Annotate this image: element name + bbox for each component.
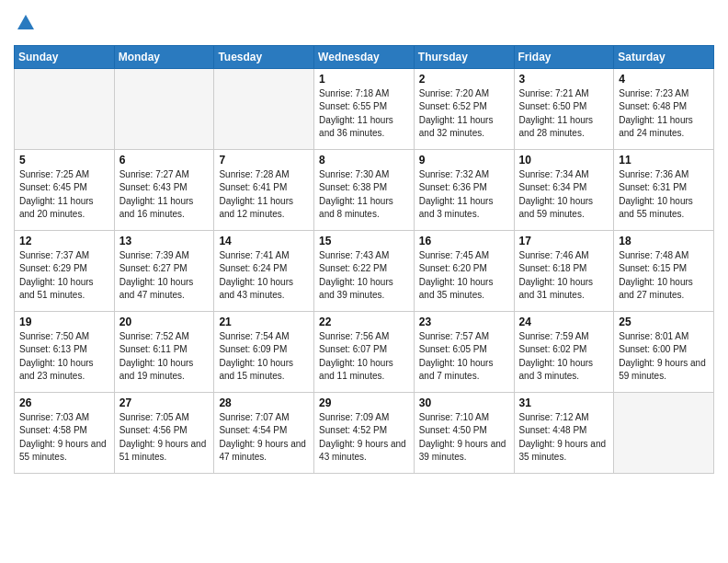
- day-number: 12: [19, 235, 109, 247]
- calendar-cell: 4Sunrise: 7:23 AM Sunset: 6:48 PM Daylig…: [614, 68, 714, 149]
- day-number: 14: [219, 235, 309, 247]
- cell-text: Sunrise: 7:39 AM Sunset: 6:27 PM Dayligh…: [119, 249, 210, 303]
- cell-text: Sunrise: 7:50 AM Sunset: 6:13 PM Dayligh…: [19, 330, 109, 384]
- day-number: 30: [419, 396, 509, 409]
- day-number: 28: [219, 396, 309, 409]
- cell-text: Sunrise: 7:23 AM Sunset: 6:48 PM Dayligh…: [619, 87, 709, 141]
- calendar-cell: 29Sunrise: 7:09 AM Sunset: 4:52 PM Dayli…: [314, 392, 415, 473]
- cell-text: Sunrise: 7:32 AM Sunset: 6:36 PM Dayligh…: [419, 168, 509, 222]
- day-number: 19: [19, 316, 109, 328]
- calendar-cell: [15, 68, 115, 149]
- cell-text: Sunrise: 7:21 AM Sunset: 6:50 PM Dayligh…: [519, 87, 609, 141]
- calendar-cell: 14Sunrise: 7:41 AM Sunset: 6:24 PM Dayli…: [214, 230, 314, 311]
- calendar-cell: [214, 68, 314, 149]
- calendar-cell: 25Sunrise: 8:01 AM Sunset: 6:00 PM Dayli…: [614, 311, 714, 392]
- cell-text: Sunrise: 7:10 AM Sunset: 4:50 PM Dayligh…: [419, 411, 509, 465]
- calendar-cell: 3Sunrise: 7:21 AM Sunset: 6:50 PM Daylig…: [514, 68, 614, 149]
- cell-text: Sunrise: 7:18 AM Sunset: 6:55 PM Dayligh…: [319, 87, 409, 141]
- day-number: 26: [19, 396, 109, 409]
- weekday-header: Sunday: [15, 45, 115, 68]
- day-number: 3: [519, 73, 609, 86]
- day-number: 22: [319, 316, 409, 328]
- weekday-header: Thursday: [414, 45, 514, 68]
- calendar-cell: 16Sunrise: 7:45 AM Sunset: 6:20 PM Dayli…: [414, 230, 514, 311]
- cell-text: Sunrise: 7:05 AM Sunset: 4:56 PM Dayligh…: [119, 411, 210, 465]
- weekday-header: Friday: [514, 45, 614, 68]
- cell-text: Sunrise: 7:37 AM Sunset: 6:29 PM Dayligh…: [19, 249, 109, 303]
- cell-text: Sunrise: 8:01 AM Sunset: 6:00 PM Dayligh…: [619, 330, 709, 384]
- calendar-cell: 20Sunrise: 7:52 AM Sunset: 6:11 PM Dayli…: [114, 311, 214, 392]
- day-number: 17: [519, 235, 609, 247]
- calendar-cell: 23Sunrise: 7:57 AM Sunset: 6:05 PM Dayli…: [414, 311, 514, 392]
- calendar-cell: 1Sunrise: 7:18 AM Sunset: 6:55 PM Daylig…: [314, 68, 415, 149]
- calendar-cell: 17Sunrise: 7:46 AM Sunset: 6:18 PM Dayli…: [514, 230, 614, 311]
- cell-text: Sunrise: 7:54 AM Sunset: 6:09 PM Dayligh…: [219, 330, 309, 384]
- day-number: 6: [119, 154, 210, 167]
- page-container: SundayMondayTuesdayWednesdayThursdayFrid…: [0, 0, 728, 488]
- weekday-header: Tuesday: [214, 45, 314, 68]
- calendar-cell: 6Sunrise: 7:27 AM Sunset: 6:43 PM Daylig…: [114, 149, 214, 230]
- day-number: 16: [419, 235, 509, 247]
- logo: [14, 13, 36, 38]
- logo-icon: [16, 13, 36, 33]
- cell-text: Sunrise: 7:09 AM Sunset: 4:52 PM Dayligh…: [319, 411, 409, 465]
- calendar-cell: 10Sunrise: 7:34 AM Sunset: 6:34 PM Dayli…: [514, 149, 614, 230]
- calendar-cell: 22Sunrise: 7:56 AM Sunset: 6:07 PM Dayli…: [314, 311, 415, 392]
- cell-text: Sunrise: 7:46 AM Sunset: 6:18 PM Dayligh…: [519, 249, 609, 303]
- calendar-week-row: 26Sunrise: 7:03 AM Sunset: 4:58 PM Dayli…: [15, 392, 714, 473]
- calendar-cell: 24Sunrise: 7:59 AM Sunset: 6:02 PM Dayli…: [514, 311, 614, 392]
- cell-text: Sunrise: 7:12 AM Sunset: 4:48 PM Dayligh…: [519, 411, 609, 465]
- svg-marker-0: [17, 15, 34, 29]
- cell-text: Sunrise: 7:30 AM Sunset: 6:38 PM Dayligh…: [319, 168, 409, 222]
- day-number: 15: [319, 235, 409, 247]
- calendar-week-row: 19Sunrise: 7:50 AM Sunset: 6:13 PM Dayli…: [15, 311, 714, 392]
- calendar-cell: [614, 392, 714, 473]
- day-number: 20: [119, 316, 210, 328]
- weekday-header: Saturday: [614, 45, 714, 68]
- cell-text: Sunrise: 7:36 AM Sunset: 6:31 PM Dayligh…: [619, 168, 709, 222]
- calendar-cell: 9Sunrise: 7:32 AM Sunset: 6:36 PM Daylig…: [414, 149, 514, 230]
- cell-text: Sunrise: 7:27 AM Sunset: 6:43 PM Dayligh…: [119, 168, 210, 222]
- day-number: 4: [619, 73, 709, 86]
- calendar-cell: 21Sunrise: 7:54 AM Sunset: 6:09 PM Dayli…: [214, 311, 314, 392]
- calendar-cell: [114, 68, 214, 149]
- cell-text: Sunrise: 7:56 AM Sunset: 6:07 PM Dayligh…: [319, 330, 409, 384]
- cell-text: Sunrise: 7:41 AM Sunset: 6:24 PM Dayligh…: [219, 249, 309, 303]
- day-number: 23: [419, 316, 509, 328]
- cell-text: Sunrise: 7:20 AM Sunset: 6:52 PM Dayligh…: [419, 87, 509, 141]
- day-number: 18: [619, 235, 709, 247]
- day-number: 8: [319, 154, 409, 167]
- cell-text: Sunrise: 7:57 AM Sunset: 6:05 PM Dayligh…: [419, 330, 509, 384]
- calendar-cell: 2Sunrise: 7:20 AM Sunset: 6:52 PM Daylig…: [414, 68, 514, 149]
- calendar-cell: 13Sunrise: 7:39 AM Sunset: 6:27 PM Dayli…: [114, 230, 214, 311]
- calendar-cell: 28Sunrise: 7:07 AM Sunset: 4:54 PM Dayli…: [214, 392, 314, 473]
- weekday-header: Monday: [114, 45, 214, 68]
- day-number: 11: [619, 154, 709, 167]
- cell-text: Sunrise: 7:52 AM Sunset: 6:11 PM Dayligh…: [119, 330, 210, 384]
- page-header: [14, 9, 714, 38]
- cell-text: Sunrise: 7:43 AM Sunset: 6:22 PM Dayligh…: [319, 249, 409, 303]
- cell-text: Sunrise: 7:07 AM Sunset: 4:54 PM Dayligh…: [219, 411, 309, 465]
- cell-text: Sunrise: 7:48 AM Sunset: 6:15 PM Dayligh…: [619, 249, 709, 303]
- calendar-cell: 12Sunrise: 7:37 AM Sunset: 6:29 PM Dayli…: [15, 230, 115, 311]
- cell-text: Sunrise: 7:59 AM Sunset: 6:02 PM Dayligh…: [519, 330, 609, 384]
- calendar-cell: 26Sunrise: 7:03 AM Sunset: 4:58 PM Dayli…: [15, 392, 115, 473]
- calendar-cell: 30Sunrise: 7:10 AM Sunset: 4:50 PM Dayli…: [414, 392, 514, 473]
- day-number: 25: [619, 316, 709, 328]
- cell-text: Sunrise: 7:03 AM Sunset: 4:58 PM Dayligh…: [19, 411, 109, 465]
- weekday-header-row: SundayMondayTuesdayWednesdayThursdayFrid…: [15, 45, 714, 68]
- calendar-cell: 7Sunrise: 7:28 AM Sunset: 6:41 PM Daylig…: [214, 149, 314, 230]
- day-number: 27: [119, 396, 210, 409]
- calendar-cell: 27Sunrise: 7:05 AM Sunset: 4:56 PM Dayli…: [114, 392, 214, 473]
- day-number: 9: [419, 154, 509, 167]
- calendar-cell: 31Sunrise: 7:12 AM Sunset: 4:48 PM Dayli…: [514, 392, 614, 473]
- cell-text: Sunrise: 7:45 AM Sunset: 6:20 PM Dayligh…: [419, 249, 509, 303]
- cell-text: Sunrise: 7:25 AM Sunset: 6:45 PM Dayligh…: [19, 168, 109, 222]
- cell-text: Sunrise: 7:34 AM Sunset: 6:34 PM Dayligh…: [519, 168, 609, 222]
- weekday-header: Wednesday: [314, 45, 415, 68]
- calendar-week-row: 1Sunrise: 7:18 AM Sunset: 6:55 PM Daylig…: [15, 68, 714, 149]
- cell-text: Sunrise: 7:28 AM Sunset: 6:41 PM Dayligh…: [219, 168, 309, 222]
- day-number: 24: [519, 316, 609, 328]
- calendar-week-row: 12Sunrise: 7:37 AM Sunset: 6:29 PM Dayli…: [15, 230, 714, 311]
- day-number: 2: [419, 73, 509, 86]
